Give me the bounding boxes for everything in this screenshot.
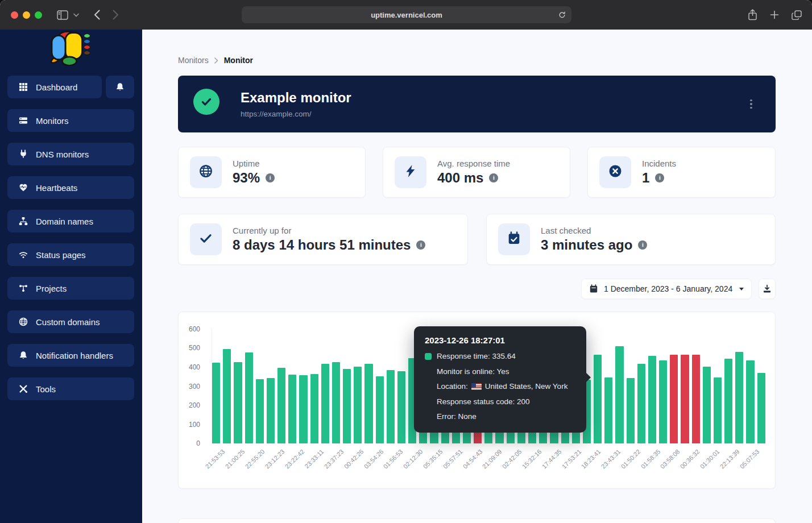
date-range-label: 1 December, 2023 - 6 January, 2024: [604, 284, 732, 293]
stat-card-currently-up-for: Currently up for8 days 14 hours 51 minut…: [178, 214, 468, 265]
reload-icon[interactable]: [558, 10, 566, 19]
address-bar[interactable]: uptime.vernicel.com: [242, 6, 571, 23]
bar[interactable]: [288, 375, 296, 443]
sitemap-icon: [19, 217, 28, 226]
next-section-card: [178, 518, 776, 523]
sidebar-item-status-pages[interactable]: Status pages: [7, 243, 134, 266]
stat-icon-tile: [599, 156, 631, 188]
back-button[interactable]: [94, 10, 100, 20]
close-window-button[interactable]: [11, 11, 18, 19]
sidebar-toggle-icon[interactable]: [57, 10, 68, 20]
stat-value-text: 400 ms: [437, 170, 483, 186]
x-tick-label: 05:07:53: [738, 448, 760, 470]
bar[interactable]: [267, 378, 275, 443]
bar[interactable]: [703, 367, 711, 443]
info-icon[interactable]: [638, 240, 647, 250]
calendar-icon: [589, 284, 598, 293]
bar[interactable]: [604, 377, 612, 443]
stat-text: Uptime93%: [233, 159, 275, 186]
bar[interactable]: [376, 376, 384, 443]
bar[interactable]: [321, 364, 329, 443]
sidebar-item-label: Status pages: [36, 250, 86, 260]
share-icon[interactable]: [748, 9, 757, 20]
bar[interactable]: [757, 373, 765, 443]
monitor-url: https://example.com/: [241, 110, 312, 118]
stat-value: 3 minutes ago: [541, 237, 647, 253]
browser-window: uptime.vernicel.com: [0, 0, 812, 523]
info-icon[interactable]: [489, 173, 498, 182]
bar[interactable]: [343, 369, 351, 443]
new-tab-icon[interactable]: [770, 10, 779, 19]
bar[interactable]: [659, 360, 667, 443]
sidebar-item-label: Dashboard: [36, 82, 77, 92]
sidebar-item-projects[interactable]: Projects: [7, 277, 134, 300]
stat-label: Currently up for: [233, 226, 425, 235]
bar-incident[interactable]: [670, 355, 678, 443]
chart-tooltip: 2023-12-26 18:27:01 Response time: 335.6…: [414, 326, 586, 433]
breadcrumb-monitors-link[interactable]: Monitors: [178, 56, 209, 65]
info-icon[interactable]: [266, 173, 275, 182]
monitor-menu-button[interactable]: [746, 94, 756, 114]
x-tick-label: 21:00:25: [224, 448, 246, 470]
bar[interactable]: [234, 362, 242, 443]
sidebar-item-monitors[interactable]: Monitors: [7, 109, 134, 132]
server-icon: [19, 116, 28, 125]
bar[interactable]: [397, 371, 405, 443]
tooltip-row: Response status code: 200: [425, 395, 575, 410]
bar[interactable]: [627, 378, 635, 443]
bar[interactable]: [364, 364, 372, 443]
forward-button[interactable]: [113, 10, 119, 20]
stat-card-avg-response-time: Avg. response time400 ms: [383, 147, 570, 198]
bar[interactable]: [637, 364, 645, 443]
chevron-down-icon: [739, 288, 744, 290]
tab-overview-icon[interactable]: [792, 10, 802, 20]
bar[interactable]: [223, 349, 231, 443]
info-icon[interactable]: [416, 240, 425, 250]
sidebar-item-label: Heartbeats: [36, 183, 77, 193]
bar[interactable]: [615, 346, 623, 443]
bar[interactable]: [724, 359, 732, 443]
sidebar-item-tools[interactable]: Tools: [7, 377, 134, 400]
sidebar-item-dashboard[interactable]: Dashboard: [7, 76, 102, 98]
sidebar-item-notification-handlers[interactable]: Notification handlers: [7, 344, 134, 367]
bar[interactable]: [332, 362, 340, 443]
sidebar-nav: DashboardMonitorsDNS monitorsHeartbeatsD…: [7, 76, 134, 400]
sidebar-item-dns-monitors[interactable]: DNS monitors: [7, 143, 134, 165]
notifications-button[interactable]: [106, 76, 134, 98]
stat-card-uptime: Uptime93%: [178, 147, 366, 198]
minimize-window-button[interactable]: [23, 11, 30, 19]
y-tick-label: 400: [189, 363, 200, 371]
bar[interactable]: [746, 360, 754, 443]
sidebar-item-heartbeats[interactable]: Heartbeats: [7, 176, 134, 199]
bar-incident[interactable]: [692, 355, 700, 443]
circle-x-icon: [608, 164, 622, 180]
bar[interactable]: [245, 352, 253, 443]
info-icon[interactable]: [655, 173, 664, 182]
bar[interactable]: [212, 363, 220, 443]
zoom-window-button[interactable]: [35, 11, 42, 19]
bar[interactable]: [277, 368, 285, 443]
date-range-picker[interactable]: 1 December, 2023 - 6 January, 2024: [581, 279, 752, 299]
bar-incident[interactable]: [681, 355, 689, 443]
download-icon: [763, 284, 772, 293]
bar[interactable]: [594, 355, 602, 443]
sidebar-caret-icon[interactable]: [73, 13, 79, 17]
download-report-button[interactable]: [759, 279, 776, 299]
x-tick-label: 21:53:53: [204, 448, 226, 470]
y-tick-label: 600: [189, 325, 200, 333]
bar[interactable]: [310, 374, 318, 443]
sidebar-item-domain-names[interactable]: Domain names: [7, 210, 134, 233]
bar[interactable]: [256, 379, 264, 443]
bar[interactable]: [714, 377, 722, 443]
bar[interactable]: [354, 367, 362, 443]
bar[interactable]: [299, 375, 307, 443]
stat-value-text: 3 minutes ago: [541, 237, 632, 253]
sidebar-item-custom-domains[interactable]: Custom domains: [7, 310, 134, 333]
bar[interactable]: [735, 352, 743, 443]
x-tick-label: 01:30:01: [699, 448, 721, 470]
x-tick-label: 23:12:23: [263, 448, 285, 470]
bar[interactable]: [648, 356, 656, 443]
main-content: Monitors Monitor Example monitor https:/…: [178, 30, 776, 523]
stat-icon-tile: [395, 156, 426, 188]
bar[interactable]: [387, 370, 395, 443]
